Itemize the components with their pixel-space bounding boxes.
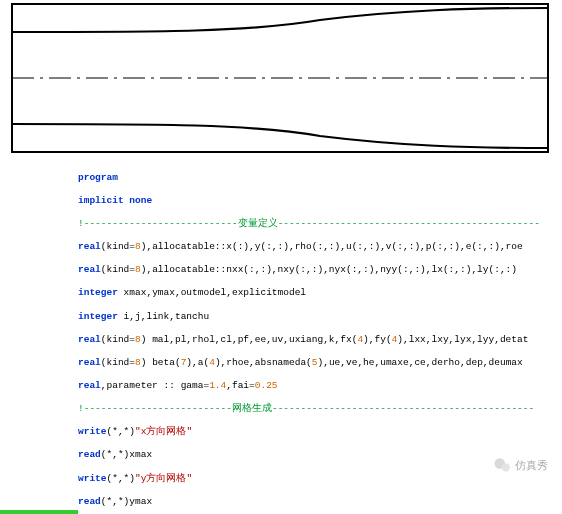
svg-point-2	[502, 463, 510, 471]
watermark-text: 仿真秀	[515, 458, 548, 473]
sep-vardef: !---------------------------变量定义--------…	[78, 218, 552, 230]
code-listing: program implicit none !-----------------…	[78, 160, 552, 514]
watermark: 仿真秀	[493, 456, 548, 474]
wechat-icon	[493, 456, 511, 474]
progress-bar	[0, 510, 78, 514]
sep-meshgen: !--------------------------网格生成---------…	[78, 403, 552, 415]
nozzle-diagram	[10, 2, 550, 154]
kw-implicit: implicit none	[78, 195, 152, 206]
kw-program: program	[78, 172, 118, 183]
